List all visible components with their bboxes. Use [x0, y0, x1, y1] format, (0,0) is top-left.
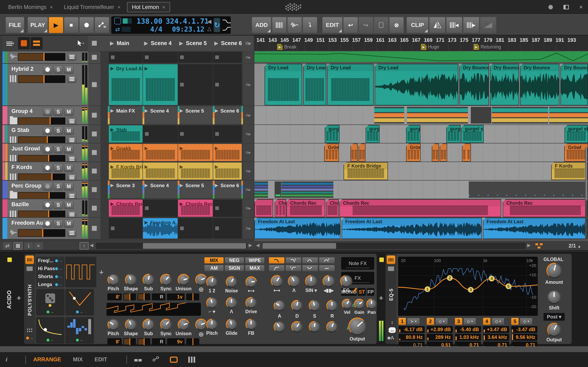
track-row[interactable]: Hybrid 2SM [2, 64, 88, 105]
eq-amount-knob[interactable] [546, 263, 562, 278]
automation-touch-icon[interactable] [222, 26, 231, 32]
arranger-clip[interactable] [432, 143, 439, 161]
scene-continue-button[interactable]: ≡▸ [243, 51, 254, 63]
arranger-clip[interactable] [462, 143, 471, 161]
eq-band-type-selector[interactable]: ◇ ▾ [463, 318, 476, 325]
modulator-slot[interactable]: Freq/...→ [36, 257, 65, 265]
record-arm-button[interactable] [43, 219, 52, 227]
solo-button[interactable]: S [53, 127, 63, 135]
record-button[interactable] [79, 17, 94, 33]
track-menu-button[interactable] [67, 229, 76, 237]
clip-slot[interactable]: ▶Scene 4 [143, 106, 178, 124]
record-arm-button[interactable] [43, 164, 52, 172]
track-menu-button[interactable] [67, 174, 76, 180]
track-stop-cell[interactable] [88, 218, 100, 239]
arranger-track-row[interactable]: GröwlerGröwlerGröwl [254, 143, 588, 161]
volume-fader[interactable] [18, 174, 65, 180]
scene-continue-button[interactable]: ≡▸ [243, 106, 254, 124]
play-button[interactable]: ▶ [49, 17, 63, 33]
eq-freq-value[interactable]: 1.03 kHz [455, 334, 481, 341]
eq-gain-value[interactable]: -6.17 dB [398, 326, 425, 333]
tab-close-icon[interactable]: × [50, 4, 53, 10]
arranger-clip[interactable]: Chords Rec [286, 199, 325, 217]
volume-fader[interactable] [18, 75, 65, 83]
scene-continue-button[interactable]: ≡▸ [243, 199, 254, 217]
keytrack-knob[interactable] [323, 275, 335, 287]
loop-button[interactable]: ↻ [214, 18, 220, 32]
track-row[interactable]: Just GrowlSM [2, 143, 88, 161]
clip-slot[interactable]: ▶Chords Rec2 [109, 200, 143, 217]
clip-slot[interactable] [213, 52, 242, 63]
feg-d-knob[interactable] [291, 300, 303, 311]
eg-knob[interactable] [340, 275, 352, 287]
clip-slot[interactable] [143, 125, 178, 142]
launcher-scroll-right-icon[interactable]: ▶ [249, 243, 252, 248]
steps-modulator[interactable]: → [65, 317, 94, 343]
output-knob[interactable] [348, 317, 366, 335]
reverse-clip-button[interactable] [429, 17, 445, 33]
tab-close-icon[interactable]: × [117, 4, 121, 10]
clip-slot[interactable] [143, 52, 178, 63]
arranger-clip[interactable]: Chords Rec [503, 199, 588, 217]
track-row[interactable]: BazilleSM [2, 199, 88, 217]
clip-slot[interactable]: ▶F Kords Bri... [109, 162, 143, 180]
osc-unison-knob[interactable] [178, 319, 190, 331]
eq5-device-icon[interactable] [387, 256, 395, 264]
volume-fader[interactable] [18, 229, 65, 237]
track-menu-button[interactable] [67, 211, 76, 217]
clip-slot[interactable] [213, 218, 242, 239]
preset-browser-icon[interactable] [26, 267, 33, 271]
modulator-slot[interactable]: Longa→ [36, 281, 65, 289]
launcher-hscrollbar[interactable] [96, 243, 247, 249]
track-row[interactable] [2, 51, 88, 63]
preset-browser-icon[interactable] [388, 267, 394, 271]
record-arm-button[interactable] [43, 127, 52, 135]
vel-knob[interactable] [342, 299, 352, 309]
clip-slot[interactable] [178, 125, 213, 142]
launcher-scroll-left-icon[interactable]: ◀ [90, 243, 93, 248]
solo-button[interactable]: S [53, 182, 63, 191]
arranger-scroll-right-icon[interactable]: ▶ [527, 243, 531, 248]
clip-slot[interactable]: ▶Scene 5 [178, 106, 213, 124]
clip-slot[interactable]: ▶Main FX [109, 106, 143, 124]
osc-pitch-knob[interactable] [107, 274, 119, 286]
cutoff-knob[interactable] [271, 275, 283, 287]
filter-type-off[interactable] [319, 265, 335, 271]
eq-freq-value[interactable]: 3.64 kHz [483, 334, 509, 341]
track-name[interactable]: G Stab [11, 127, 29, 133]
arranger-clip[interactable]: Gröwl [564, 143, 588, 161]
punch-in-icon[interactable]: ◀ [207, 18, 211, 25]
arranger-track-row[interactable] [254, 181, 588, 199]
osc-sync-knob[interactable] [160, 274, 172, 286]
arranger-clip[interactable]: gurgel stal [406, 125, 420, 143]
voice-mode-fp[interactable]: FP [367, 288, 374, 296]
eq5-activate-toggle[interactable] [379, 258, 384, 262]
filter-type-bp4[interactable] [319, 257, 335, 264]
eq-gain-value[interactable]: +2.89 dB [427, 326, 453, 333]
drive-knob[interactable] [245, 297, 257, 309]
solo-button[interactable]: S [53, 66, 63, 74]
clip-slot[interactable]: ▶Dry Lead Alt [109, 64, 143, 105]
add-modulator-button[interactable]: + [99, 268, 104, 277]
track-stop-cell[interactable] [88, 106, 100, 124]
scale-up-button[interactable]: ▶ [463, 17, 479, 33]
mute-button[interactable]: M [64, 201, 73, 209]
osc-value-box[interactable] [138, 293, 150, 300]
track-menu-button[interactable] [67, 117, 76, 124]
arranger-hscrollbar[interactable] [262, 243, 526, 249]
gain-knob[interactable] [354, 299, 365, 309]
add-device-button[interactable]: + [17, 294, 21, 302]
position-display[interactable]: 324.4.1.71 [165, 17, 204, 25]
routing-button[interactable] [535, 242, 543, 249]
clip-slot[interactable]: ▶ [143, 144, 178, 161]
track-name[interactable]: Bazille [11, 201, 29, 208]
clip-slot[interactable] [178, 52, 213, 63]
add-menu-button[interactable]: ADD [252, 17, 271, 33]
noise-knob[interactable] [226, 276, 237, 288]
clip-slot[interactable]: ▶ [143, 64, 178, 105]
record-arm-button[interactable] [43, 145, 52, 153]
q-row-icon[interactable]: Λ [389, 335, 396, 341]
resonance-knob[interactable] [226, 297, 237, 309]
eq-freq-value[interactable]: 80.8 Hz [398, 334, 425, 341]
gain-row-icon[interactable]: ↕ [389, 319, 396, 325]
